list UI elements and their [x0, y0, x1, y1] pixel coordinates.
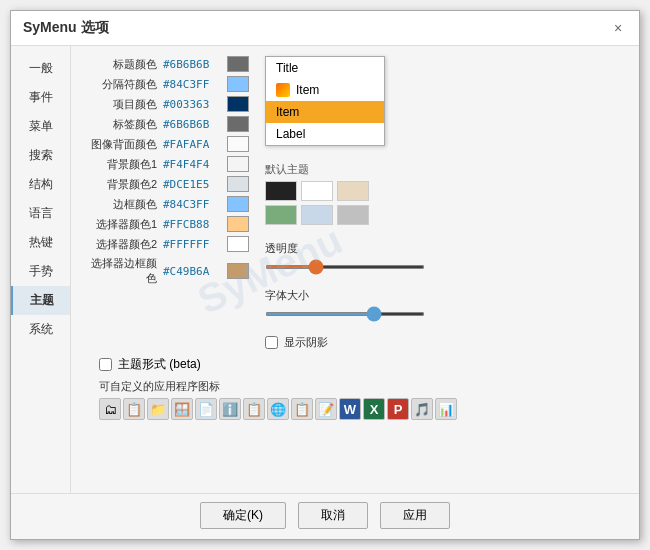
theme-form-checkbox[interactable] — [99, 358, 112, 371]
color-table: 标题颜色#6B6B6B分隔符颜色#84C3FF项目颜色#003363标签颜色#6… — [85, 56, 249, 350]
color-swatch[interactable] — [227, 136, 249, 152]
color-label: 项目颜色 — [85, 97, 157, 112]
bottom-section: 主题形式 (beta) 可自定义的应用程序图标 🗂📋📁🪟📄ℹ️📋🌐📋📝WXP🎵📊 — [85, 350, 625, 420]
color-swatch[interactable] — [227, 176, 249, 192]
color-label: 选择器颜色1 — [85, 217, 157, 232]
sidebar-item-热键[interactable]: 热键 — [11, 228, 70, 257]
dropdown-item-label: Title — [276, 61, 298, 75]
show-shadow-label: 显示阴影 — [284, 335, 328, 350]
sidebar-item-手势[interactable]: 手势 — [11, 257, 70, 286]
color-row: 背景颜色1#F4F4F4 — [85, 156, 249, 172]
confirm-button[interactable]: 确定(K) — [200, 502, 286, 529]
close-button[interactable]: × — [609, 19, 627, 37]
dropdown-item-label: Item — [276, 105, 299, 119]
show-shadow-checkbox[interactable] — [265, 336, 278, 349]
color-swatch[interactable] — [227, 156, 249, 172]
color-row: 选择器颜色1#FFCB88 — [85, 216, 249, 232]
sidebar-item-结构[interactable]: 结构 — [11, 170, 70, 199]
app-icon-0[interactable]: 🗂 — [99, 398, 121, 420]
dropdown-item-item[interactable]: Item — [266, 79, 384, 101]
app-icon-9[interactable]: 📝 — [315, 398, 337, 420]
dropdown-item-label: Item — [296, 83, 319, 97]
color-label: 选择器边框颜色 — [85, 256, 157, 286]
color-hex: #003363 — [163, 98, 221, 111]
icon-strip: 🗂📋📁🪟📄ℹ️📋🌐📋📝WXP🎵📊 — [99, 398, 611, 420]
sidebar: 一般事件菜单搜索结构语言热键手势主题系统 — [11, 46, 71, 493]
sidebar-item-语言[interactable]: 语言 — [11, 199, 70, 228]
sidebar-item-一般[interactable]: 一般 — [11, 54, 70, 83]
theme-swatch[interactable] — [301, 205, 333, 225]
apply-button[interactable]: 应用 — [380, 502, 450, 529]
theme-swatch[interactable] — [265, 205, 297, 225]
color-row: 选择器颜色2#FFFFFF — [85, 236, 249, 252]
dialog-title: SyMenu 选项 — [23, 19, 109, 37]
color-row: 选择器边框颜色#C49B6A — [85, 256, 249, 286]
transparency-slider[interactable] — [265, 265, 425, 269]
theme-swatches — [265, 181, 625, 225]
theme-form-row: 主题形式 (beta) — [99, 356, 611, 373]
app-icon-11[interactable]: X — [363, 398, 385, 420]
app-icon-2[interactable]: 📁 — [147, 398, 169, 420]
show-shadow-row: 显示阴影 — [265, 335, 625, 350]
color-hex: #F4F4F4 — [163, 158, 221, 171]
app-icon-7[interactable]: 🌐 — [267, 398, 289, 420]
color-label: 分隔符颜色 — [85, 77, 157, 92]
default-theme-label: 默认主题 — [265, 162, 625, 177]
color-hex: #FFCB88 — [163, 218, 221, 231]
sidebar-item-菜单[interactable]: 菜单 — [11, 112, 70, 141]
item-icon — [276, 83, 290, 97]
sidebar-item-事件[interactable]: 事件 — [11, 83, 70, 112]
font-size-slider[interactable] — [265, 312, 425, 316]
icons-label: 可自定义的应用程序图标 — [99, 379, 611, 394]
app-icon-1[interactable]: 📋 — [123, 398, 145, 420]
color-row: 标签颜色#6B6B6B — [85, 116, 249, 132]
dropdown-item-label[interactable]: Label — [266, 123, 384, 145]
color-row: 分隔符颜色#84C3FF — [85, 76, 249, 92]
theme-swatch[interactable] — [337, 181, 369, 201]
color-swatch[interactable] — [227, 76, 249, 92]
color-swatch[interactable] — [227, 263, 249, 279]
main-panel: SyMenu 标题颜色#6B6B6B分隔符颜色#84C3FF项目颜色#00336… — [71, 46, 639, 493]
app-icon-14[interactable]: 📊 — [435, 398, 457, 420]
color-swatch[interactable] — [227, 216, 249, 232]
app-icon-8[interactable]: 📋 — [291, 398, 313, 420]
color-label: 标题颜色 — [85, 57, 157, 72]
app-icon-13[interactable]: 🎵 — [411, 398, 433, 420]
theme-form-label: 主题形式 (beta) — [118, 356, 201, 373]
color-swatch[interactable] — [227, 236, 249, 252]
color-hex: #FAFAFA — [163, 138, 221, 151]
app-icon-6[interactable]: 📋 — [243, 398, 265, 420]
dropdown-item-item[interactable]: Item — [266, 101, 384, 123]
cancel-button[interactable]: 取消 — [298, 502, 368, 529]
font-size-label: 字体大小 — [265, 288, 625, 303]
dialog: SyMenu 选项 × 一般事件菜单搜索结构语言热键手势主题系统 SyMenu … — [10, 10, 640, 540]
app-icon-5[interactable]: ℹ️ — [219, 398, 241, 420]
theme-swatch[interactable] — [301, 181, 333, 201]
color-label: 标签颜色 — [85, 117, 157, 132]
sidebar-item-搜索[interactable]: 搜索 — [11, 141, 70, 170]
color-label: 边框颜色 — [85, 197, 157, 212]
app-icon-12[interactable]: P — [387, 398, 409, 420]
app-icon-3[interactable]: 🪟 — [171, 398, 193, 420]
theme-swatch[interactable] — [337, 205, 369, 225]
sidebar-item-主题[interactable]: 主题 — [11, 286, 70, 315]
color-swatch[interactable] — [227, 116, 249, 132]
color-swatch[interactable] — [227, 56, 249, 72]
color-label: 选择器颜色2 — [85, 237, 157, 252]
theme-swatch[interactable] — [265, 181, 297, 201]
color-row: 图像背面颜色#FAFAFA — [85, 136, 249, 152]
sidebar-item-系统[interactable]: 系统 — [11, 315, 70, 344]
color-label: 背景颜色1 — [85, 157, 157, 172]
dropdown-item-title[interactable]: Title — [266, 57, 384, 79]
app-icon-4[interactable]: 📄 — [195, 398, 217, 420]
content-area: 一般事件菜单搜索结构语言热键手势主题系统 SyMenu 标题颜色#6B6B6B分… — [11, 46, 639, 493]
right-panel: TitleItemItemLabel 默认主题 透明度 字体大小 — [265, 56, 625, 350]
footer: 确定(K) 取消 应用 — [11, 493, 639, 539]
color-hex: #6B6B6B — [163, 58, 221, 71]
color-swatch[interactable] — [227, 96, 249, 112]
app-icon-10[interactable]: W — [339, 398, 361, 420]
color-swatch[interactable] — [227, 196, 249, 212]
color-hex: #DCE1E5 — [163, 178, 221, 191]
color-hex: #84C3FF — [163, 78, 221, 91]
transparency-row: 透明度 — [265, 241, 625, 272]
